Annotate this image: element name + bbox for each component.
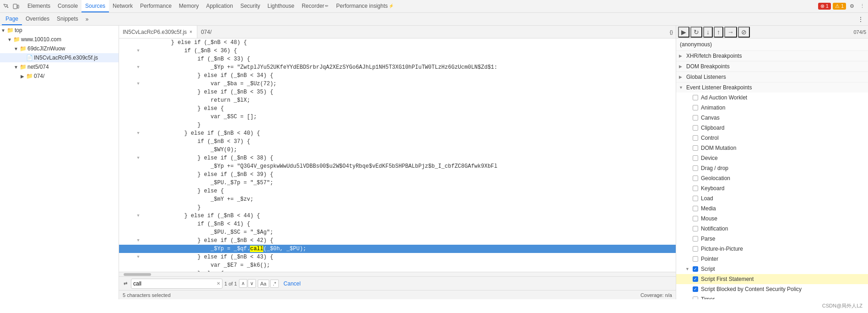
tab-elements[interactable]: Elements [24,0,54,12]
editor-tab-in5cv[interactable]: IN5CvLacRcP6.e309c5f.js × [119,26,197,38]
tab-security[interactable]: Security [237,0,264,12]
sidebar-item-net5[interactable]: ▼ 📁 net5/074 [0,62,119,71]
error-badge[interactable]: ⊗ 1 [818,3,831,10]
rp-step-button[interactable]: → [724,27,737,38]
tab-lighthouse[interactable]: Lighthouse [264,0,298,12]
search-match-case-button[interactable]: Aa [258,280,269,288]
line-fold-arrow[interactable]: ▼ [134,212,143,220]
item-checkbox[interactable] [693,236,698,242]
search-cancel-button[interactable]: Cancel [281,280,303,288]
event-listener-item[interactable]: Keyboard [676,183,868,193]
search-replace-icon[interactable]: ⇄ [122,280,129,287]
sidebar-item-074[interactable]: ▶ 📁 074/ [0,71,119,81]
format-button[interactable]: {} [667,28,676,36]
xhr-section-header[interactable]: ▶ XHR/fetch Breakpoints [676,51,868,61]
event-listener-item[interactable]: Animation [676,103,868,113]
editor-scrollbar-thumb[interactable] [124,273,151,276]
event-listener-item[interactable]: Media [676,203,868,214]
event-listener-subitem[interactable]: ✓Script First Statement [676,274,868,284]
item-checkbox[interactable] [693,105,698,110]
item-checkbox[interactable] [693,206,698,211]
item-checkbox[interactable] [693,165,698,171]
sidebar-item-top[interactable]: ▼ 📁 top [0,26,119,35]
tab-network[interactable]: Network [109,0,136,12]
global-listeners-header[interactable]: ▶ Global Listeners [676,72,868,82]
event-listener-item[interactable]: ▼✓Script [676,264,868,274]
search-prev-button[interactable]: ∧ [239,279,247,288]
item-checkbox[interactable] [693,297,698,299]
tab-performance[interactable]: Performance [136,0,175,12]
search-clear-icon[interactable]: ✕ [217,281,220,286]
rp-step-into-button[interactable]: ↓ [703,27,713,38]
line-fold-arrow[interactable]: ▼ [134,236,143,245]
sources-kebab-icon[interactable]: ⋮ [855,15,866,23]
editor-tab-close-icon[interactable]: × [189,29,193,35]
settings-icon[interactable]: ⚙ [848,2,856,11]
sidebar-item-69dc[interactable]: ▼ 📁 69dcJIZnWuow [0,44,119,53]
item-checkbox[interactable] [693,95,698,100]
sidebar-item-in5cv[interactable]: 📄 IN5CvLacRcP6.e309c5f.js [0,53,119,62]
item-checkbox[interactable] [693,155,698,161]
item-checkbox[interactable] [693,256,698,262]
line-fold-arrow[interactable]: ▼ [134,63,143,71]
line-fold-arrow[interactable]: ▼ [134,253,143,261]
item-checkbox[interactable] [693,216,698,221]
event-listener-item[interactable]: Notification [676,224,868,234]
sidebar-item-www[interactable]: ▼ 📁 www.10010.com [0,35,119,44]
tab-application[interactable]: Application [202,0,237,12]
event-listener-item[interactable]: Control [676,133,868,143]
rp-step-over-button[interactable]: ↻ [690,27,702,38]
event-listener-item[interactable]: DOM Mutation [676,143,868,153]
event-listener-item[interactable]: Canvas [676,113,868,123]
item-checkbox[interactable]: ✓ [693,266,698,272]
warning-badge[interactable]: ⚠ 1 [833,3,846,10]
sub-tab-page[interactable]: Page [2,13,22,25]
device-icon[interactable] [12,2,20,11]
search-next-button[interactable]: ∨ [248,279,256,288]
item-checkbox[interactable] [693,196,698,201]
inspect-icon[interactable] [2,2,10,11]
event-listener-item[interactable]: Clipboard [676,123,868,133]
event-listener-item[interactable]: Mouse [676,214,868,224]
item-checkbox[interactable] [693,176,698,181]
sub-tab-snippets[interactable]: Snippets [53,13,82,25]
line-fold-arrow[interactable]: ▼ [134,129,143,137]
event-listener-header[interactable]: ▼ Event Listener Breakpoints [676,82,868,93]
item-checkbox[interactable] [693,226,698,231]
search-regex-button[interactable]: .* [270,280,279,288]
tab-memory[interactable]: Memory [175,0,202,12]
item-checkbox[interactable] [693,186,698,191]
subitem-checkbox[interactable]: ✓ [693,286,698,292]
event-listener-item[interactable]: Load [676,193,868,203]
rp-step-out-button[interactable]: ↑ [714,27,723,38]
rp-deactivate-button[interactable]: ⊘ [738,27,750,38]
tab-console[interactable]: Console [54,0,81,12]
event-listener-subitem[interactable]: ✓Script Blocked by Content Security Poli… [676,284,868,294]
search-input[interactable] [133,280,217,287]
item-checkbox[interactable] [693,125,698,131]
code-editor-container[interactable]: } else if (_$nB < 48) {▼ if (_$nB < 36) … [119,38,676,272]
item-checkbox[interactable] [693,246,698,252]
event-listener-item[interactable]: Timer [676,294,868,299]
line-fold-arrow[interactable]: ▼ [134,154,143,162]
event-listener-item[interactable]: Pointer [676,254,868,264]
tab-recorder[interactable]: Recorder ✏ [298,0,332,12]
rp-resume-button[interactable]: ▶ [678,27,689,38]
line-fold-arrow[interactable]: ▼ [134,47,143,55]
event-listener-item[interactable]: Picture-in-Picture [676,244,868,254]
item-checkbox[interactable] [693,145,698,151]
event-listener-item[interactable]: Parse [676,234,868,244]
item-checkbox[interactable] [693,115,698,121]
subitem-checkbox[interactable]: ✓ [693,276,698,282]
event-listener-item[interactable]: Device [676,153,868,163]
editor-horizontal-scrollbar[interactable] [119,272,676,276]
sub-tab-overrides[interactable]: Overrides [22,13,53,25]
event-listener-item[interactable]: Ad Auction Worklet [676,93,868,103]
dom-breakpoints-header[interactable]: ▶ DOM Breakpoints [676,61,868,71]
tab-sources[interactable]: Sources [81,0,109,12]
customize-icon[interactable]: ⋮ [858,2,866,11]
item-checkbox[interactable] [693,135,698,141]
event-listener-item[interactable]: Drag / drop [676,163,868,173]
line-fold-arrow[interactable]: ▼ [134,80,143,88]
more-tabs-icon[interactable]: » [84,15,91,23]
